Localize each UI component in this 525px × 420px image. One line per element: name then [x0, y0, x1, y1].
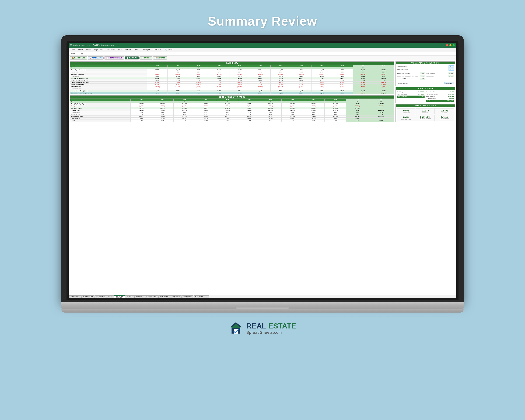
table-row: Debt (End of year) 333,475326,718319,720… — [70, 107, 394, 109]
right-panel: PARAMETERS & ASSUMPTIONS Additional Year… — [395, 61, 455, 294]
rate-value-3[interactable]: 2.0% — [420, 78, 425, 80]
cf-p8: 8 — [291, 67, 312, 69]
cash-payment-label: Cash Payment — [397, 91, 406, 93]
tab-view[interactable]: View — [133, 48, 140, 51]
fx-icon: fx — [81, 53, 83, 55]
laptop-bottom — [61, 309, 464, 313]
tab-insert[interactable]: Insert — [84, 48, 92, 51]
tab-add[interactable]: + — [205, 295, 209, 298]
acquisition-label: Acquisition Price: — [426, 91, 437, 93]
nav-forecasts[interactable]: 📊 FORECASTS — [88, 56, 103, 59]
nav-debt[interactable]: 📋 DEBT SCHEDULE — [104, 56, 124, 59]
param-value-2[interactable]: 30 — [449, 68, 454, 71]
levered-emx-value: 10.77x — [416, 109, 434, 112]
right-rate-row-1: Down Payment 20.0% — [426, 72, 454, 74]
remodeling-value: $ 20,000 — [448, 93, 454, 95]
excel-title-bar: X AutoSave ⊙ ⊙ ↩ ↪ Real Estate Analysis.… — [69, 43, 456, 48]
cf-p5: 5 — [229, 67, 250, 69]
laptop-base — [61, 302, 464, 309]
right-rate-row-2: Loan Balance 80.0% — [426, 75, 454, 77]
min-btn[interactable] — [450, 44, 451, 46]
nav-dashboard[interactable]: 🏠 DASH BOARD — [70, 56, 87, 59]
screen: X AutoSave ⊙ ⊙ ↩ ↪ Real Estate Analysis.… — [69, 43, 456, 298]
cash-payment-value: $ 117,850 — [418, 91, 424, 93]
param-value-1[interactable]: 40 — [449, 65, 454, 68]
nav-summary[interactable]: 📄 SUMMARY — [125, 56, 139, 59]
table-row: Cumulative Cash Flow (Recurring) 1,3963,… — [70, 92, 394, 94]
valuation-value[interactable]: Appreciation — [444, 82, 454, 84]
tab-page-layout[interactable]: Page Layout — [92, 48, 106, 51]
tab-vba[interactable]: VBA Tools — [152, 48, 163, 51]
ribbon-tabs: File Home Insert Page Layout Formulas Da… — [69, 48, 456, 52]
param-label-2: Additional Year #2: — [397, 69, 408, 70]
right-rate-label-1: Down Payment — [426, 73, 435, 74]
tab-formulas[interactable]: Formulas — [106, 48, 117, 51]
parameters-section: PARAMETERS & ASSUMPTIONS Additional Year… — [395, 61, 455, 86]
rate-label-3: Annual CAPEX Increase — [397, 78, 412, 80]
rate-row-2: Annual Operational Exp. Increase 2.0% — [397, 75, 425, 77]
debt-property-section: DEBT & PROPERTY VALUE Year : 2021 2022 2… — [70, 95, 394, 122]
right-rate-value-1[interactable]: 20.0% — [448, 72, 454, 74]
close-btn[interactable] — [446, 44, 448, 46]
tab-graphs[interactable]: GRAPHS — [125, 295, 135, 298]
tab-review[interactable]: Review — [124, 48, 133, 51]
tab-summary[interactable]: SUMMARY — [114, 295, 125, 298]
tab-report[interactable]: REPORT — [135, 295, 144, 298]
dp-year-label: Year : — [70, 99, 131, 101]
cf-p2: 2 — [168, 67, 188, 69]
right-rate-value-2[interactable]: 80.0% — [448, 75, 454, 77]
tab-scenarios[interactable]: SCENARIOS — [181, 295, 193, 298]
parameters-title: PARAMETERS & ASSUMPTIONS — [396, 62, 455, 64]
cf-p6: 6 — [250, 67, 271, 69]
tab-forecasts[interactable]: FORECASTS — [94, 295, 107, 298]
table-row: % of Gross Operating Income 57.2%57.2%57… — [70, 79, 394, 82]
table-row: Operating Expenses (16,920)(17,258)(17,6… — [70, 73, 394, 75]
cash-out-date-label: CASH OUT DATE — [436, 118, 453, 120]
sources-col: Cash Payment $ 117,850 Loan / Mortgage $… — [397, 91, 424, 102]
rates-grid: Annual Rent Increase 2.0% Annual Operati… — [397, 72, 454, 81]
return-calc-title: RETURN CALCULATION — [396, 104, 455, 107]
su-two-cols: Cash Payment $ 117,850 Loan / Mortgage $… — [397, 91, 454, 102]
cell-ref[interactable]: AB59 — [70, 52, 80, 55]
cf-y2028: 2028 — [291, 65, 312, 67]
table-row: Net Operating Income (NOI) 22,60723,1002… — [70, 77, 394, 79]
page-title: Summary Review — [208, 14, 317, 28]
nav-reports[interactable]: 📑 REPORTS — [153, 56, 167, 59]
cash-out-date-value: 21 years — [436, 116, 453, 118]
rate-value-2[interactable]: 2.0% — [420, 75, 425, 77]
logo-tagline: SpreadSheets.com — [246, 330, 296, 335]
one-percent-label: 1% RULE — [436, 112, 453, 113]
total-uses-label: Total Uses: — [427, 100, 434, 102]
tab-developer[interactable]: Developer — [140, 48, 152, 51]
levered-irr-label: LEVERED IRR — [397, 112, 415, 113]
tab-amortization[interactable]: AMORTIZATION — [144, 295, 158, 298]
cash-out-date: 21 years CASH OUT DATE — [435, 115, 454, 121]
nav-graphs[interactable]: 📈 GRAPHS — [140, 56, 152, 59]
param-row-1: Additional Year #1: 40 — [397, 65, 454, 68]
formula-bar: AB59 fx — [69, 52, 456, 56]
tab-disclaimer[interactable]: DISCLAIMER — [69, 295, 82, 298]
tab-financing[interactable]: FINANCING — [159, 295, 170, 298]
tab-data[interactable]: Data — [117, 48, 124, 51]
levered-profits: $ 1,151,847 LEVERED PROFITS — [416, 115, 435, 121]
financing-label: Financing Costs: — [426, 97, 436, 99]
logo-container: REAL ESTATE SpreadSheets.com — [229, 321, 296, 335]
levered-irr-value: 9.5% — [397, 109, 415, 112]
table-row: Loan Insurance --- --- --- --- — [70, 88, 394, 90]
cf-p4: 4 — [209, 67, 229, 69]
tab-expenses[interactable]: EXPENSES — [170, 295, 181, 298]
max-btn[interactable] — [452, 44, 455, 46]
valuation-label: Valuation Method — [397, 83, 408, 84]
debt-table: Year : 2021 2022 2023 2024 2025 2026 202… — [70, 99, 394, 122]
left-rates: Annual Rent Increase 2.0% Annual Operati… — [397, 72, 425, 81]
tab-max-price[interactable]: MAX PRICE — [194, 295, 205, 298]
tab-search[interactable]: 🔍 Search — [163, 48, 175, 51]
tab-home[interactable]: Home — [76, 48, 84, 51]
tab-file[interactable]: File — [70, 48, 76, 51]
rate-value-1[interactable]: 2.0% — [420, 72, 425, 74]
sources-uses-content: Cash Payment $ 117,850 Loan / Mortgage $… — [396, 90, 455, 103]
levered-emx-label: LEVERED EMx — [416, 112, 434, 113]
valuation-row: Valuation Method Appreciation — [397, 82, 454, 84]
tab-debt[interactable]: DEBT — [107, 295, 114, 298]
tab-dashboard[interactable]: DASHBOARD — [82, 295, 94, 298]
